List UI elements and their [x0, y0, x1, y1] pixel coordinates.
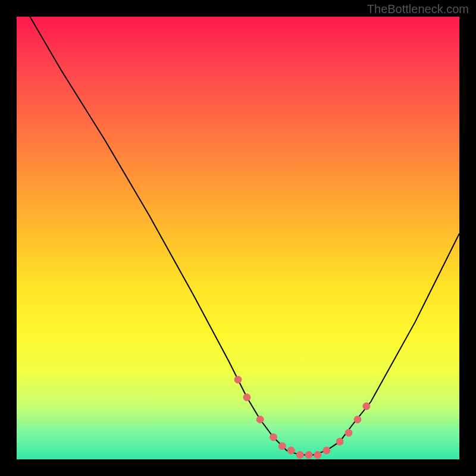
- highlight-dot: [243, 394, 250, 401]
- highlight-dot: [345, 429, 352, 436]
- highlight-dot: [270, 434, 277, 441]
- highlight-dot: [305, 452, 312, 459]
- bottleneck-curve: [30, 17, 459, 455]
- highlight-dot: [296, 452, 303, 459]
- highlight-dot: [323, 447, 330, 454]
- highlight-dot: [314, 452, 321, 459]
- chart-plot-area: [17, 17, 459, 459]
- highlight-dot: [234, 376, 242, 383]
- highlight-dot: [287, 447, 295, 454]
- highlight-dot: [256, 416, 264, 423]
- highlight-dot: [363, 403, 370, 410]
- highlight-dot: [278, 443, 286, 450]
- watermark-text: TheBottleneck.com: [367, 2, 469, 16]
- highlight-dot: [354, 416, 361, 423]
- highlight-dot: [336, 438, 343, 445]
- chart-svg: [17, 17, 459, 459]
- highlight-dots: [234, 376, 370, 459]
